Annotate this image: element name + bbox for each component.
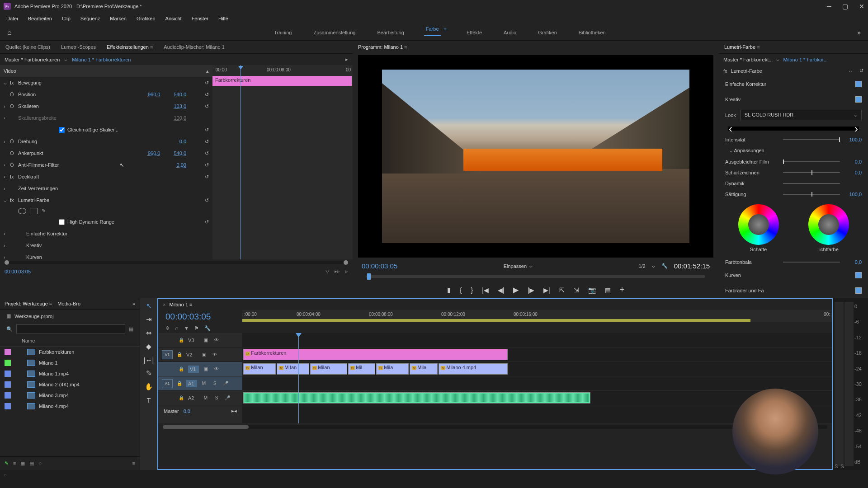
new-bin-icon[interactable]: ▦	[129, 326, 133, 332]
timeline-clip-video[interactable]: fxM lan	[277, 363, 309, 375]
workspace-graphics[interactable]: Grafiken	[536, 26, 559, 39]
expand-icon[interactable]: ⌵	[4, 80, 10, 86]
lum-section-curves[interactable]: Kurven	[719, 267, 868, 283]
mark-in-icon[interactable]: ▮	[447, 286, 451, 294]
keyframe-icon[interactable]: ▹	[345, 268, 348, 274]
chevron-down-icon[interactable]: ⌵	[64, 56, 67, 62]
workspace-overflow-icon[interactable]: »	[857, 29, 861, 36]
ec-opacity[interactable]: Deckkraft	[18, 174, 200, 179]
stopwatch-icon[interactable]: Ö	[10, 150, 18, 156]
tab-lumetri-color[interactable]: Lumetri-Farbe ≡	[724, 44, 760, 50]
mask-pen-icon[interactable]: ✎	[42, 208, 46, 214]
tint-balance-slider[interactable]	[783, 262, 840, 263]
sharpen-value[interactable]: 0,0	[844, 170, 862, 175]
menu-clip[interactable]: Clip	[57, 14, 75, 23]
voiceover-icon[interactable]: 🎤	[223, 394, 231, 402]
stopwatch-icon[interactable]: Ö	[10, 162, 18, 168]
scale-value[interactable]: 103,0	[174, 103, 186, 109]
solo-icon[interactable]: S	[212, 394, 221, 402]
lum-adjustments[interactable]: ⌵ Anpassungen	[719, 145, 868, 156]
lum-section-basic[interactable]: Einfache Korrektur	[719, 76, 868, 92]
saturation-value[interactable]: 100,0	[844, 192, 862, 197]
ec-playhead[interactable]	[241, 65, 241, 259]
track-output-icon[interactable]: ▣	[202, 365, 210, 373]
project-item[interactable]: Milano 2 (4K).mp4	[0, 379, 140, 390]
tab-sequence[interactable]: Milano 1 ≡	[169, 302, 192, 307]
timeline-clip-adjustment[interactable]: fxFarbkorrekturen	[243, 349, 508, 360]
track-lock-icon[interactable]: 🔒	[177, 394, 185, 402]
anchor-y-value[interactable]: 540,0	[174, 150, 186, 156]
chevron-down-icon[interactable]: ⌵	[776, 56, 779, 62]
close-button[interactable]: ✕	[859, 3, 864, 10]
workspace-training[interactable]: Training	[272, 26, 293, 39]
expand-icon[interactable]: ›	[4, 254, 10, 259]
sharpen-slider[interactable]	[783, 172, 840, 173]
ec-curves[interactable]: Kurven	[26, 254, 209, 259]
reset-icon[interactable]: ↺	[200, 150, 209, 156]
section-enable-checkbox[interactable]	[855, 81, 862, 87]
keyframe-icon[interactable]: ▸▹	[335, 268, 340, 274]
timeline-playhead[interactable]	[298, 333, 299, 423]
snap-icon[interactable]: ※	[165, 325, 170, 331]
project-item[interactable]: Milano 3.mp4	[0, 390, 140, 401]
panel-menu-icon[interactable]: ≡	[132, 460, 135, 466]
expand-icon[interactable]: ›	[4, 115, 10, 121]
tab-project[interactable]: Projekt: Werkzeuge ≡	[5, 301, 52, 306]
ec-motion[interactable]: Bewegung	[18, 80, 200, 85]
razor-tool-icon[interactable]: ◆	[146, 343, 151, 351]
extract-icon[interactable]: ⇲	[574, 286, 579, 294]
prev-look-arrow-icon[interactable]: ‹	[729, 122, 732, 135]
pen-tool-icon[interactable]: ✎	[146, 369, 152, 377]
expand-icon[interactable]: ›	[4, 103, 10, 109]
track-visibility-icon[interactable]: 👁	[212, 336, 221, 344]
track-lock-icon[interactable]: 🔒	[177, 365, 185, 373]
linked-selection-icon[interactable]: ∩	[175, 325, 179, 331]
intensity-value[interactable]: 100,0	[844, 137, 862, 142]
mark-out-icon[interactable]: {	[460, 286, 462, 294]
menu-sequenz[interactable]: Sequenz	[76, 14, 104, 23]
scroll-handle[interactable]	[5, 260, 9, 265]
project-item[interactable]: Milano 1.mp4	[0, 368, 140, 379]
chevron-down-icon[interactable]: ⌵	[652, 263, 655, 269]
expand-icon[interactable]: ›	[4, 162, 10, 168]
timeline-clip-video[interactable]: fxMil	[348, 363, 375, 375]
hand-tool-icon[interactable]: ✋	[145, 383, 153, 391]
workspace-effects[interactable]: Effekte	[465, 26, 484, 39]
source-patch-a1[interactable]: A1	[162, 379, 173, 388]
ec-play-icon[interactable]: ▸	[345, 56, 348, 62]
mask-rect-icon[interactable]	[30, 208, 38, 214]
tab-media-browser[interactable]: Media-Bro	[57, 301, 80, 306]
reset-icon[interactable]: ↺	[200, 80, 209, 86]
program-scrubber[interactable]	[362, 272, 710, 282]
selection-tool-icon[interactable]: ↖	[146, 302, 152, 310]
ec-creative[interactable]: Kreativ	[26, 243, 209, 248]
ec-timecode[interactable]: 00:00:03:05	[5, 269, 31, 274]
project-item[interactable]: Farbkorrekturen	[0, 347, 140, 357]
antiflicker-value[interactable]: 0,00	[177, 162, 186, 168]
project-item[interactable]: Milano 4.mp4	[0, 401, 140, 412]
look-dropdown[interactable]: SL GOLD RUSH HDR⌵	[741, 110, 862, 120]
scroll-handle[interactable]	[344, 260, 348, 265]
tab-lumetri-scopes[interactable]: Lumetri-Scopes	[61, 44, 96, 50]
tab-effect-controls[interactable]: Effekteinstellungen ≡	[107, 44, 153, 50]
rotation-value[interactable]: 0,0	[179, 139, 186, 144]
track-output-icon[interactable]: ▣	[202, 336, 210, 344]
expand-icon[interactable]: ›	[4, 174, 10, 179]
reset-icon[interactable]: ↺	[200, 103, 209, 109]
reset-icon[interactable]: ↺	[859, 68, 863, 74]
filter-icon[interactable]: ▽	[326, 268, 329, 274]
expand-icon[interactable]: ⌵	[4, 197, 10, 203]
list-view-icon[interactable]: ≡	[13, 460, 16, 466]
stopwatch-icon[interactable]: Ö	[10, 103, 18, 109]
list-view-icon[interactable]: ✎	[5, 460, 9, 466]
track-lock-icon[interactable]: 🔒	[177, 336, 185, 344]
faded-film-slider[interactable]	[783, 161, 840, 162]
timeline-clip-video[interactable]: fxMila	[376, 363, 409, 375]
program-page[interactable]: 1/2	[638, 263, 645, 269]
menu-hilfe[interactable]: Hilfe	[214, 14, 233, 23]
reset-icon[interactable]: ↺	[200, 197, 209, 203]
step-back-icon[interactable]: ◀|	[498, 286, 505, 294]
timeline-clip-video[interactable]: fxMilan	[243, 363, 276, 375]
lum-clip[interactable]: Milano 1 * Farbkor...	[783, 57, 827, 62]
menu-datei[interactable]: Datei	[2, 14, 23, 23]
